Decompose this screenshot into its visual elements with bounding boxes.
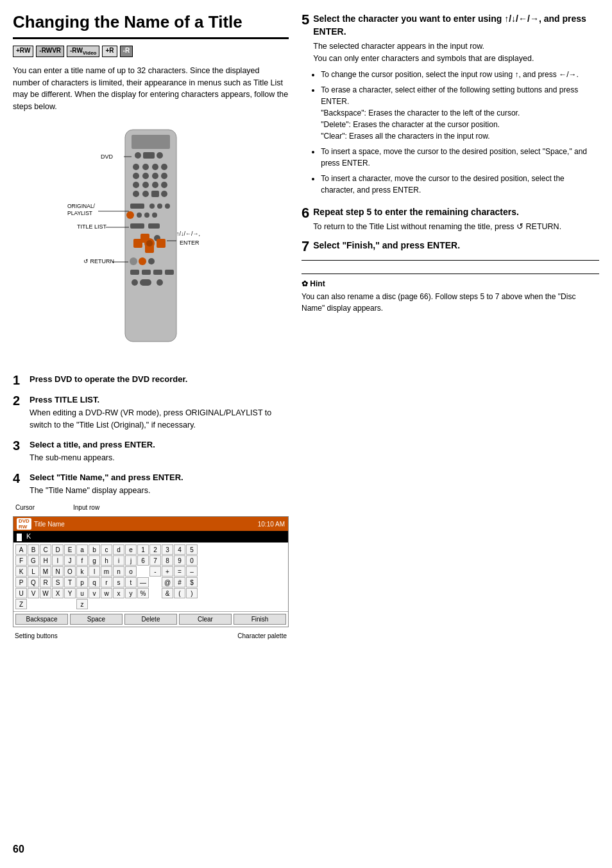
char-b[interactable]: b <box>89 544 100 555</box>
char-e[interactable]: e <box>125 544 137 555</box>
badge-rwvr: -RWVR <box>36 46 64 57</box>
svg-text:DVD: DVD <box>101 153 114 160</box>
char-d[interactable]: d <box>113 544 124 555</box>
bullet-3: To insert a space, move the cursor to th… <box>321 146 599 169</box>
svg-rect-46 <box>140 279 151 286</box>
step-4: 4 Select "Title Name," and press ENTER. … <box>13 472 289 497</box>
char-C[interactable]: C <box>40 544 51 555</box>
char-A[interactable]: A <box>15 544 27 555</box>
step-num-3: 3 <box>13 439 26 452</box>
svg-point-23 <box>157 204 162 209</box>
char-B[interactable]: B <box>28 544 39 555</box>
char-row-3: K L M N O k l m n o - + = – <box>15 566 286 577</box>
page-number: 60 <box>13 844 24 855</box>
svg-point-14 <box>142 182 149 188</box>
step-4-body: The "Title Name" display appears. <box>30 485 289 497</box>
svg-rect-34 <box>133 239 142 248</box>
step-1-title: Press DVD to operate the DVD recorder. <box>30 374 187 384</box>
svg-rect-41 <box>130 270 139 275</box>
step-5: 5 Select the character you want to enter… <box>302 13 599 200</box>
char-2[interactable]: 2 <box>149 544 161 555</box>
svg-rect-35 <box>157 239 166 248</box>
dvd-badge: DVDRW <box>17 518 31 530</box>
step-6: 6 Repeat step 5 to enter the remaining c… <box>302 206 599 233</box>
char-E[interactable]: E <box>64 544 76 555</box>
svg-point-45 <box>132 279 138 286</box>
svg-point-17 <box>133 191 139 197</box>
char-grid: A B C D E a b c d e 1 2 3 4 5 F <box>13 542 288 611</box>
step-5-title: Select the character you want to enter u… <box>313 13 599 38</box>
step-num-6: 6 <box>302 206 309 233</box>
svg-point-9 <box>133 173 139 179</box>
svg-point-47 <box>157 279 163 286</box>
step-3-body: The sub-menu appears. <box>30 452 289 464</box>
step-5-bullets: To change the cursor position, select th… <box>313 69 599 196</box>
svg-point-19 <box>161 191 167 197</box>
svg-point-37 <box>146 240 153 247</box>
disc-badges: +RW -RWVR -RWVideo +R -R <box>13 46 289 57</box>
finish-button[interactable]: Finish <box>234 614 286 625</box>
char-5[interactable]: 5 <box>186 544 198 555</box>
step-7-title: Select "Finish," and press ENTER. <box>313 239 460 252</box>
backspace-button[interactable]: Backspace <box>15 614 68 625</box>
step-6-title: Repeat step 5 to enter the remaining cha… <box>313 206 561 219</box>
hint-title: ✿ Hint <box>302 279 599 288</box>
svg-text:↑/↓/←/→,: ↑/↓/←/→, <box>176 230 200 237</box>
space-button[interactable]: Space <box>70 614 123 625</box>
step-num-4: 4 <box>13 472 26 485</box>
char-1[interactable]: 1 <box>137 544 149 555</box>
svg-point-2 <box>135 152 141 159</box>
step-3: 3 Select a title, and press ENTER. The s… <box>13 439 289 464</box>
clear-button[interactable]: Clear <box>179 614 232 625</box>
svg-rect-3 <box>143 152 155 159</box>
step-5-body: The selected character appears in the in… <box>313 40 599 65</box>
step-1: 1 Press DVD to operate the DVD recorder. <box>13 374 289 386</box>
tnd-header: DVDRW Title Name 10:10 AM <box>13 517 288 531</box>
svg-point-38 <box>130 257 137 265</box>
svg-point-27 <box>144 213 149 218</box>
svg-text:↺ RETURN: ↺ RETURN <box>83 258 114 265</box>
svg-point-18 <box>142 191 149 197</box>
svg-rect-29 <box>130 223 144 229</box>
svg-point-15 <box>152 182 158 188</box>
svg-point-5 <box>133 164 139 170</box>
svg-text:TITLE LIST: TITLE LIST <box>77 223 107 230</box>
char-D[interactable]: D <box>52 544 64 555</box>
char-3[interactable]: 3 <box>162 544 173 555</box>
delete-button[interactable]: Delete <box>124 614 177 625</box>
bullet-1: To change the cursor position, select th… <box>321 69 599 80</box>
svg-point-6 <box>142 164 149 170</box>
tnd-input-row: K <box>13 531 288 542</box>
svg-point-7 <box>152 164 158 170</box>
svg-point-16 <box>161 182 167 188</box>
remote-diagram: DVD ORIGINAL/ PLAYLIST TITLE LIST ↑/↓/←/… <box>13 123 289 374</box>
svg-point-25 <box>126 211 134 219</box>
svg-text:PLAYLIST: PLAYLIST <box>67 210 92 216</box>
svg-point-10 <box>142 173 149 179</box>
svg-point-12 <box>161 173 167 179</box>
title-name-display: DVDRW Title Name 10:10 AM K A B C D E a … <box>13 516 289 627</box>
svg-rect-21 <box>130 204 144 209</box>
cursor-label: Cursor <box>15 504 35 511</box>
badge-r-dark: -R <box>120 46 133 57</box>
badge-rw: +RW <box>13 46 33 57</box>
char-row-1: A B C D E a b c d e 1 2 3 4 5 <box>15 544 286 555</box>
svg-rect-20 <box>151 191 159 197</box>
svg-rect-30 <box>148 223 160 229</box>
svg-text:ENTER: ENTER <box>180 239 200 246</box>
char-a[interactable]: a <box>76 544 88 555</box>
svg-rect-42 <box>142 270 151 275</box>
svg-point-24 <box>165 204 170 209</box>
hint-icon: ✿ <box>302 279 308 288</box>
char-4[interactable]: 4 <box>174 544 185 555</box>
char-c[interactable]: c <box>101 544 112 555</box>
svg-point-26 <box>137 213 142 218</box>
character-palette-label: Character palette <box>237 632 287 639</box>
step-6-body: To return to the Title List without rena… <box>313 221 561 233</box>
bullet-2: To erase a character, select either of t… <box>321 84 599 142</box>
tnd-labels: Setting buttons Character palette <box>13 632 289 639</box>
step-7: 7 Select "Finish," and press ENTER. <box>302 239 599 254</box>
step-2: 2 Press TITLE LIST. When editing a DVD-R… <box>13 394 289 431</box>
setting-buttons: Backspace Space Delete Clear Finish <box>13 611 288 627</box>
setting-buttons-label: Setting buttons <box>15 632 58 639</box>
